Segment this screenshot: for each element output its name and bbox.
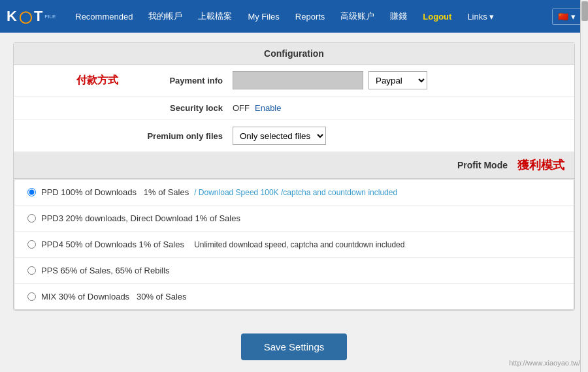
nav-my-account[interactable]: 我的帳戶	[142, 7, 189, 26]
option-ppd4-note: Unlimited download speed, captcha and co…	[194, 240, 404, 249]
option-ppd3-row: PPD3 20% downloads, Direct Download 1% o…	[14, 206, 574, 232]
payment-input[interactable]	[233, 71, 363, 89]
option-mix-text: MIX 30% of Downloads 30% of Sales	[41, 292, 187, 302]
security-lock-label: Security lock	[128, 103, 233, 113]
scrollbar-thumb[interactable]	[581, 1, 588, 21]
payment-chinese-label: 付款方式	[24, 74, 128, 87]
nav-earn[interactable]: 賺錢	[384, 7, 414, 26]
premium-value: Only selected files All files None	[233, 127, 564, 145]
save-button-area: Save Settings	[13, 320, 575, 367]
nav-upload[interactable]: 上載檔案	[191, 7, 238, 26]
save-settings-button[interactable]: Save Settings	[241, 333, 348, 360]
configuration-box: Configuration 付款方式 Payment info Paypal O…	[13, 42, 575, 311]
main-content: Configuration 付款方式 Payment info Paypal O…	[0, 33, 588, 372]
scrollbar[interactable]	[580, 0, 588, 372]
option-mix-radio[interactable]	[27, 292, 36, 301]
nav-advanced[interactable]: 高级账户	[334, 7, 381, 26]
nav-my-files[interactable]: My Files	[241, 8, 286, 25]
option-pps-radio[interactable]	[27, 266, 36, 275]
option-ppd4-text: PPD4 50% of Downloads 1% of Sales	[41, 240, 189, 249]
option-ppd100-radio[interactable]	[27, 188, 36, 196]
paypal-select[interactable]: Paypal Other	[368, 71, 427, 89]
option-ppd3-text: PPD3 20% downloads, Direct Download 1% o…	[41, 213, 240, 223]
nav-logout[interactable]: Logout	[416, 8, 458, 25]
premium-label: Premium only files	[128, 131, 233, 141]
profit-mode-chinese: 獲利模式	[517, 157, 564, 173]
footer-watermark: http://www.xiaoyao.tw/	[509, 359, 580, 367]
security-value: OFF Enable	[233, 103, 564, 113]
option-ppd3-radio[interactable]	[27, 214, 36, 223]
logo-area: K◯T FILE	[7, 8, 56, 25]
premium-select[interactable]: Only selected files All files None	[233, 127, 326, 145]
payment-row: 付款方式 Payment info Paypal Other	[14, 65, 574, 97]
language-flag-button[interactable]: 🇨🇳 ▾	[552, 8, 581, 25]
nav-reports[interactable]: Reports	[289, 8, 332, 25]
security-status: OFF	[233, 103, 250, 113]
security-row: Security lock OFF Enable	[14, 97, 574, 120]
nav-links[interactable]: Links ▾	[461, 8, 500, 25]
option-pps-row: PPS 65% of Sales, 65% of Rebills	[14, 258, 574, 284]
options-box: PPD 100% of Downloads 1% of Sales / Down…	[14, 179, 574, 310]
logo-subtitle: FILE	[44, 14, 56, 20]
nav-recommended[interactable]: Recommended	[69, 8, 139, 25]
header: K◯T FILE Recommended 我的帳戶 上載檔案 My Files …	[0, 0, 588, 33]
option-ppd100-note: / Download Speed 100K /captcha and count…	[194, 188, 397, 197]
option-ppd100-row: PPD 100% of Downloads 1% of Sales / Down…	[14, 179, 574, 206]
option-ppd100-text: PPD 100% of Downloads 1% of Sales	[41, 187, 189, 197]
option-pps-text: PPS 65% of Sales, 65% of Rebills	[41, 266, 170, 275]
payment-info-label: Payment info	[128, 76, 233, 85]
config-title: Configuration	[14, 43, 574, 65]
payment-value: Paypal Other	[233, 71, 564, 89]
option-ppd4-row: PPD4 50% of Downloads 1% of Sales Unlimi…	[14, 232, 574, 258]
premium-row: Premium only files Only selected files A…	[14, 120, 574, 152]
option-mix-row: MIX 30% of Downloads 30% of Sales	[14, 284, 574, 309]
logo: K◯T	[7, 8, 43, 25]
security-enable-link[interactable]: Enable	[255, 103, 281, 113]
option-ppd4-radio[interactable]	[27, 240, 36, 249]
profit-mode-row: Profit Mode 獲利模式	[14, 152, 574, 179]
profit-mode-label: Profit Mode	[457, 160, 508, 170]
nav: Recommended 我的帳戶 上載檔案 My Files Reports 高…	[69, 7, 552, 26]
